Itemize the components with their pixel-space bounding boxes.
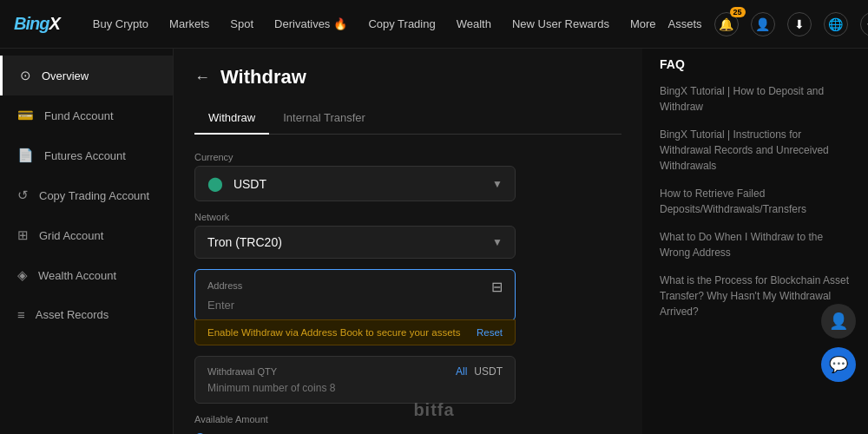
withdraw-form: Currency ⬤ USDT ▼ Network Tron (TRC20) ▼ [194,152,516,434]
page-title: Withdraw [220,66,306,89]
usdt-icon: ⬤ [207,176,223,191]
support-icon-button[interactable]: 👤 [821,304,856,339]
records-icon: ≡ [17,307,25,322]
qty-group: Withdrawal QTY All USDT [194,356,516,404]
sidebar-item-wealth-account[interactable]: ◈ Wealth Account [0,255,173,295]
globe-icon[interactable]: 🌐 [824,12,848,36]
nav-copy-trading[interactable]: Copy Trading [359,14,444,34]
available-section: Available Amount Fund Account 0.00000000… [194,414,516,434]
warning-reset-link[interactable]: Reset [477,327,503,338]
address-box: Address ⊟ [194,269,516,321]
qty-currency-label: USDT [474,365,503,378]
flame-icon: 🔥 [333,17,347,30]
copy-trading-icon: ↺ [17,187,29,203]
notifications-button[interactable]: 🔔 25 [714,12,739,36]
nav-buy-crypto[interactable]: Buy Crypto [84,14,157,34]
chat-button[interactable]: 💬 [821,347,856,382]
address-group: Address ⊟ Enable Withdraw via Address Bo… [194,269,516,345]
faq-item-0[interactable]: BingX Tutorial | How to Deposit and With… [660,83,851,115]
sidebar-item-copy-trading[interactable]: ↺ Copy Trading Account [0,175,173,215]
fund-icon: 💳 [17,108,34,123]
tab-withdraw[interactable]: Withdraw [194,104,269,135]
floating-buttons: 👤 💬 [821,304,856,382]
network-select[interactable]: Tron (TRC20) ▼ [194,226,516,259]
sidebar-item-futures-account[interactable]: 📄 Futures Account [0,135,173,175]
address-input[interactable] [207,299,503,312]
nav-wealth[interactable]: Wealth [448,14,500,34]
watermark: bitfa [413,400,454,420]
qty-input[interactable] [207,382,503,394]
available-label: Available Amount [194,414,516,424]
chevron-down-icon-network: ▼ [492,236,503,248]
faq-item-3[interactable]: What to Do When I Withdraw to the Wrong … [660,229,851,260]
account-row-fund[interactable]: Fund Account 0.00000000 [194,430,516,434]
logo[interactable]: BingX [14,14,60,34]
user-icon[interactable]: 👤 [751,12,775,36]
sidebar-item-overview[interactable]: ⊙ Overview [0,56,173,95]
faq-item-2[interactable]: How to Retrieve Failed Deposits/Withdraw… [660,186,851,217]
sidebar: ⊙ Overview 💳 Fund Account 📄 Futures Acco… [0,49,174,434]
assets-button[interactable]: Assets [668,17,702,30]
futures-icon: 📄 [17,148,34,163]
network-label: Network [194,212,516,222]
main-content: ← Withdraw Withdraw Internal Transfer Cu… [174,49,642,434]
page-header: ← Withdraw [194,66,621,89]
qty-box: Withdrawal QTY All USDT [194,356,516,404]
top-navigation: BingX Buy Crypto Markets Spot Derivative… [0,0,868,49]
qty-all-button[interactable]: All [456,365,467,378]
nav-right-section: Assets 🔔 25 👤 ⬇ 🌐 ☀ [668,12,868,36]
grid-icon: ⊞ [17,227,29,243]
nav-new-user-rewards[interactable]: New User Rewards [503,14,618,34]
theme-icon[interactable]: ☀ [860,12,868,36]
tab-bar: Withdraw Internal Transfer [194,104,621,135]
currency-group: Currency ⬤ USDT ▼ [194,152,516,201]
nav-markets[interactable]: Markets [161,14,218,34]
nav-spot[interactable]: Spot [221,14,262,34]
qty-label: Withdrawal QTY [207,366,277,377]
nav-more[interactable]: More [621,14,665,34]
sidebar-item-fund-account[interactable]: 💳 Fund Account [0,95,173,135]
address-book-icon[interactable]: ⊟ [491,279,503,295]
page-layout: ⊙ Overview 💳 Fund Account 📄 Futures Acco… [0,49,868,434]
warning-text: Enable Withdraw via Address Book to secu… [207,327,460,338]
faq-title: FAQ [660,57,851,71]
sidebar-item-asset-records[interactable]: ≡ Asset Records [0,295,173,334]
network-group: Network Tron (TRC20) ▼ [194,212,516,259]
nav-derivatives[interactable]: Derivatives 🔥 [266,14,356,34]
currency-label: Currency [194,152,516,162]
chevron-down-icon: ▼ [492,178,503,190]
notification-badge: 25 [730,7,746,17]
currency-select[interactable]: ⬤ USDT ▼ [194,166,516,201]
sidebar-item-grid-account[interactable]: ⊞ Grid Account [0,215,173,255]
address-label: Address [207,280,242,291]
tab-internal-transfer[interactable]: Internal Transfer [269,104,379,134]
wealth-icon: ◈ [17,267,28,283]
back-button[interactable]: ← [194,69,210,87]
faq-item-1[interactable]: BingX Tutorial | Instructions for Withdr… [660,127,851,174]
warning-banner: Enable Withdraw via Address Book to secu… [194,319,516,345]
overview-icon: ⊙ [20,68,31,83]
download-icon[interactable]: ⬇ [787,12,812,36]
